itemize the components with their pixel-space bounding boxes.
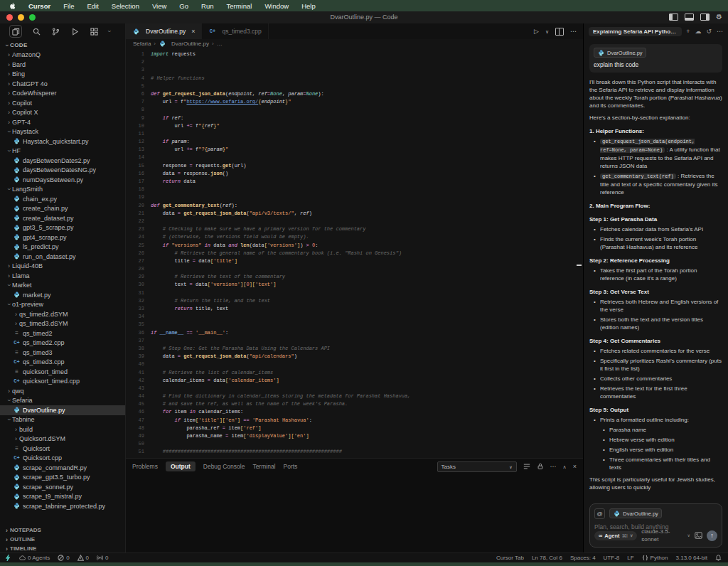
panel-tab-terminal[interactable]: Terminal [252,461,275,471]
tree-item-scrape-commandr-py[interactable]: scrape_commandR.py [0,463,125,473]
status-warn[interactable]: 0 [77,555,89,561]
tree-item-quicksort-timed-cpp[interactable]: C+quicksort_timed.cpp [0,377,125,387]
status-lang[interactable]: Python [642,555,668,561]
tree-item-market-py[interactable]: market.py [0,290,125,300]
status-cursor-tab[interactable]: Cursor Tab [496,555,524,561]
tree-item-chain-ex-py[interactable]: chain_ex.py [0,194,125,204]
status-cloud[interactable]: 0 Agents [19,555,50,561]
minimize-window-button[interactable] [18,14,24,21]
status-error[interactable]: 0 [58,555,69,561]
tree-item-quicksort-timed[interactable]: ≡quicksort_timed [0,367,125,377]
panel-tab-problems[interactable]: Problems [132,461,158,471]
history-icon[interactable]: ↺ [706,28,712,35]
status-zap[interactable] [5,555,11,561]
tree-item-scrape-gpt3-5-turbo-py[interactable]: scrape_gpt3.5_turbo.py [0,473,125,483]
blocks-icon[interactable] [89,26,99,36]
tree-item-scrape-t9-mistral-py[interactable]: scrape_t9_mistral.py [0,492,125,502]
menu-selection[interactable]: Selection [112,2,139,10]
attached-file-chip[interactable]: DvarOutline.py [594,48,646,58]
attached-file-chip[interactable]: DvarOutline.py [609,508,662,518]
send-message-button[interactable]: ↑ [707,530,717,541]
tree-item-gpt-4[interactable]: ›GPT-4 [0,117,125,127]
menu-view[interactable]: View [152,2,166,10]
tree-item-qs-timed2-dsym[interactable]: ›qs_timed2.dSYM [0,309,125,319]
status-utf-8[interactable]: UTF-8 [604,555,620,561]
output-channel-dropdown[interactable]: Tasks ∨ [437,461,517,472]
menu-cursor[interactable]: Cursor [28,2,50,10]
tree-item-hf[interactable]: ›HF [0,146,125,156]
tree-item-qs-timed3-cpp[interactable]: C+qs_timed3.cpp [0,358,125,368]
branch-icon[interactable] [50,26,60,36]
model-selector[interactable]: claude-3.5-sonnet ∨ [641,528,690,543]
panel-tab-output[interactable]: Output [166,461,196,471]
panel-tab-debug-console[interactable]: Debug Console [203,461,245,471]
explorer-section-header[interactable]: ›CODE [0,41,125,50]
tree-item-create-chain-py[interactable]: create_chain.py [0,204,125,214]
menu-edit[interactable]: Edit [87,2,98,10]
chat-more-actions-icon[interactable]: ⋯ [717,28,723,35]
panel-tab-ports[interactable]: Ports [284,461,298,471]
tree-item-daysbetweendates2-py[interactable]: daysBetweenDates2.py [0,156,125,166]
tab-qs-timed3-cpp[interactable]: C+ qs_timed3.cpp [202,23,268,39]
tree-item-liquid-40b[interactable]: ›Liquid-40B [0,262,125,272]
close-tab-icon[interactable]: × [191,28,195,35]
status-lf[interactable]: LF [627,555,633,561]
new-chat-icon[interactable]: + [686,28,690,35]
tree-item-qs-timed2[interactable]: ≡qs_timed2 [0,329,125,338]
tree-item-daysbetweendatesng-py[interactable]: daysBetweenDatesNG.py [0,166,125,176]
tree-item-bing[interactable]: ›Bing [0,70,125,80]
files-icon[interactable] [9,25,22,38]
settings-gear-icon[interactable]: ⚙ [716,14,722,21]
breadcrumb-file[interactable]: DvarOutline.py [171,41,209,47]
editor-more-actions-icon[interactable]: ⋯ [570,28,577,35]
tree-item-quicksort[interactable]: ≡Quicksort [0,444,125,454]
menu-terminal[interactable]: Terminal [226,2,252,10]
tree-item-copilot[interactable]: ›Copilot [0,98,125,108]
toggle-right-panel-icon[interactable] [700,14,710,21]
tab-dvaroutline-py[interactable]: DvarOutline.py × [126,23,202,39]
tree-item-quicksort-dsym[interactable]: ›Quicksort.dSYM [0,434,125,444]
tree-item-scrape-tabnine-protected-py[interactable]: scrape_tabnine_protected.py [0,501,125,511]
menu-window[interactable]: Window [264,2,289,10]
debug-icon[interactable] [70,26,80,36]
tree-item-codewhisperer[interactable]: ›CodeWhisperer [0,89,125,99]
status-cast[interactable]: 0 [97,555,108,561]
tree-item-llama[interactable]: ›Llama [0,271,125,281]
toggle-left-panel-icon[interactable] [669,14,678,21]
tree-item-o1-preview[interactable]: ›o1-preview [0,300,125,310]
apple-icon[interactable] [9,2,16,10]
maximize-window-button[interactable] [29,14,36,21]
panel-more-actions-icon[interactable]: ⋯ [550,464,557,470]
chat-tab[interactable]: Explaining Sefaria API Python Co [589,27,682,36]
tree-item-langsmith[interactable]: ›LangSmith [0,185,125,195]
close-panel-icon[interactable]: × [573,464,577,470]
split-editor-icon[interactable] [555,28,564,36]
menu-run[interactable]: Run [201,2,213,10]
output-wordwrap-icon[interactable] [523,463,530,470]
tree-item-gpt4-scrape-py[interactable]: gpt4_scrape.py [0,233,125,242]
menu-file[interactable]: File [63,2,74,10]
menu-help[interactable]: Help [301,2,316,10]
tree-item-run-on-dataset-py[interactable]: run_on_dataset.py [0,252,125,262]
status-3-13-0-64-bit[interactable]: 3.13.0 64-bit [676,555,707,561]
search-icon[interactable] [31,26,41,36]
tree-item-chatgpt-4o[interactable]: ›ChatGPT 4o [0,79,125,89]
maximize-panel-icon[interactable]: ∧ [563,464,567,470]
tree-item-build[interactable]: ›build [0,424,125,434]
status-spaces-4[interactable]: Spaces: 4 [570,555,596,561]
tree-item-numdaysbetween-py[interactable]: numDaysBetween.py [0,175,125,185]
tree-item-quicksort-cpp[interactable]: C+Quicksort.cpp [0,454,125,464]
lock-scroll-icon[interactable] [537,463,544,470]
tree-item-amazonq[interactable]: ›AmazonQ [0,50,125,60]
cloud-icon[interactable]: ☁ [695,28,701,35]
tree-item-dvaroutline-py[interactable]: DvarOutline.py [0,405,125,415]
tree-item-create-dataset-py[interactable]: create_dataset.py [0,213,125,223]
attach-image-icon[interactable] [695,532,702,539]
run-file-icon[interactable]: ▷ [534,28,539,35]
tree-item-ls-predict-py[interactable]: ls_predict.py [0,242,125,252]
tree-item-scrape-sonnet-py[interactable]: scrape_sonnet.py [0,482,125,492]
tree-item-sefaria[interactable]: ›Sefaria [0,396,125,406]
menu-go[interactable]: Go [179,2,188,10]
status-bell[interactable] [715,555,722,561]
tree-item-qs-timed3-dsym[interactable]: ›qs_timed3.dSYM [0,319,125,329]
